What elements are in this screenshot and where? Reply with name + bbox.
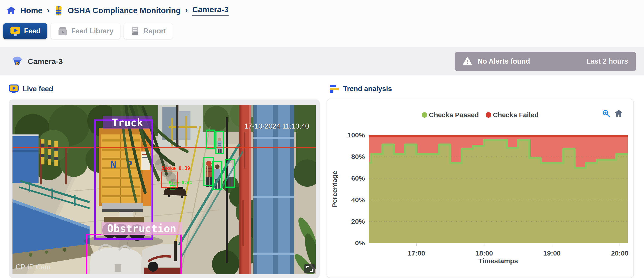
x-tick-label: 17:00: [408, 249, 425, 257]
alert-message: No Alerts found: [478, 57, 530, 65]
trend-chart[interactable]: 0%20%40%60%80%100%17:0018:0019:0020:00 P…: [327, 99, 633, 277]
tab-label: Report: [143, 27, 166, 35]
trend-analysis-card: Checks Passed Checks Failed: [326, 99, 634, 278]
video-library-icon: [58, 26, 68, 36]
live-feed-card: N P: [9, 99, 320, 278]
feed-monitor-play-icon: [10, 26, 20, 36]
trend-bars-icon: [330, 84, 339, 93]
live-feed-title: Live feed: [23, 85, 53, 93]
trend-section-label: Trend analysis: [330, 84, 392, 93]
report-document-icon: [130, 26, 140, 36]
cctv-camera-icon: [12, 56, 23, 66]
svg-text:N: N: [110, 159, 116, 170]
page: Home › OSHA Compliance Monitoring › Came…: [0, 0, 644, 278]
y-tick-label: 0%: [355, 239, 365, 247]
trend-title: Trend analysis: [343, 85, 392, 93]
breadcrumb-current[interactable]: Camera-3: [192, 5, 228, 16]
breadcrumb-home[interactable]: Home: [20, 6, 42, 15]
breadcrumb-separator-icon: ›: [185, 6, 188, 15]
home-icon: [6, 6, 16, 15]
detection-label-fire: Fire 0.44: [168, 180, 192, 185]
detection-label-obstruction: Obstruction: [107, 222, 176, 235]
x-tick-label: 20:00: [611, 249, 628, 257]
camera-header-band: Camera-3 No Alerts found Last 2 hours: [0, 47, 644, 75]
x-axis-title: Timestamps: [478, 257, 518, 264]
detection-label-smoke: Smoke 0.39: [162, 166, 190, 171]
x-tick-label: 18:00: [476, 249, 493, 257]
fullscreen-button[interactable]: [304, 264, 315, 273]
camera-title: Camera-3: [28, 57, 63, 66]
tab-label: Feed Library: [71, 27, 114, 35]
live-feed-icon: [9, 84, 18, 94]
video-timestamp: 17-10-2024 11:13:40: [244, 122, 309, 130]
tab-report[interactable]: Report: [124, 23, 173, 39]
tab-label: Feed: [24, 27, 40, 35]
warning-triangle-icon: [462, 57, 472, 66]
live-feed-video: N P: [12, 105, 316, 274]
tripwire-line: [12, 147, 316, 148]
blue-steel-column: [253, 105, 294, 274]
breadcrumb: Home › OSHA Compliance Monitoring › Came…: [6, 4, 228, 17]
y-tick-label: 60%: [351, 174, 365, 182]
content-area: Live feed: [0, 75, 644, 278]
alert-banner: No Alerts found Last 2 hours: [455, 52, 636, 71]
breadcrumb-section[interactable]: OSHA Compliance Monitoring: [68, 6, 181, 15]
camera-title-row: Camera-3: [12, 56, 63, 66]
striped-barrier: [41, 139, 58, 166]
safety-vest-icon: [54, 5, 63, 16]
tab-feed[interactable]: Feed: [3, 23, 47, 39]
y-axis-title: Percentage: [331, 171, 338, 208]
y-tick-label: 100%: [348, 131, 365, 139]
live-feed-section-label: Live feed: [9, 84, 53, 94]
alert-time-range: Last 2 hours: [586, 57, 628, 65]
y-tick-label: 40%: [351, 196, 365, 204]
y-tick-label: 80%: [351, 153, 365, 160]
y-tick-label: 20%: [351, 218, 365, 225]
tab-feed-library[interactable]: Feed Library: [51, 23, 120, 39]
camera-watermark: CP IP Cam: [16, 263, 50, 271]
x-tick-label: 19:00: [543, 249, 561, 257]
tab-bar: Feed Feed Library Report: [3, 23, 173, 39]
breadcrumb-separator-icon: ›: [47, 6, 50, 15]
detection-label-truck: Truck: [112, 116, 143, 129]
pedestrian-far: [218, 138, 222, 154]
